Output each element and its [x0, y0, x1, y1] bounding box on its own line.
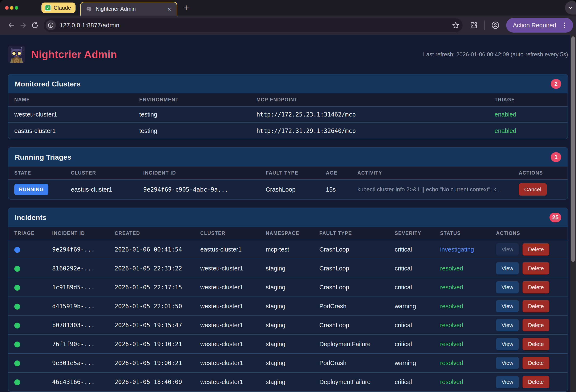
tab-title: Nightcrier Admin: [95, 6, 166, 12]
action-required-button[interactable]: Action Required ⋮: [506, 18, 573, 33]
triages-table: STATECLUSTERINCIDENT IDFAULT TYPEAGEACTI…: [8, 167, 568, 199]
delete-button[interactable]: Delete: [522, 376, 549, 388]
fault-type-cell: DeploymentFailure: [314, 335, 389, 354]
fault-type-cell: CrashLoop: [314, 240, 389, 259]
new-tab-button[interactable]: +: [183, 3, 189, 12]
browser-menu-icon[interactable]: ⋮: [561, 23, 568, 28]
view-button[interactable]: View: [496, 262, 519, 275]
triage-status-dot: [14, 379, 20, 385]
triage-activity-cell: kubectl cluster-info 2>&1 || echo "No cu…: [351, 180, 513, 199]
delete-button[interactable]: Delete: [522, 281, 549, 293]
tab-nightcrier-admin[interactable]: Nightcrier Admin ×: [80, 2, 177, 16]
namespace-cell: staging: [260, 316, 314, 335]
reload-button[interactable]: [29, 19, 41, 31]
incident-row: 76f1f90c-... 2026-01-05 19:10:21 westeu-…: [8, 335, 568, 354]
namespace-cell: mcp-test: [260, 240, 314, 259]
column-header: CLUSTER: [65, 167, 137, 180]
delete-button[interactable]: Delete: [522, 300, 549, 312]
scrollbar-track[interactable]: [570, 35, 576, 392]
cluster-cell: westeu-cluster1: [194, 335, 260, 354]
incident-row: 46c43166-... 2026-01-05 18:40:09 westeu-…: [8, 372, 568, 391]
namespace-cell: staging: [260, 278, 314, 297]
view-button[interactable]: View: [496, 376, 519, 388]
fault-type-cell: CrashLoop: [314, 259, 389, 278]
incident-row: 9e294f69-... 2026-01-06 00:41:54 eastus-…: [8, 240, 568, 259]
delete-button[interactable]: Delete: [522, 243, 549, 255]
incident-id-cell: 9e301e5a-...: [46, 354, 109, 372]
column-header: MCP ENDPOINT: [251, 93, 489, 106]
created-cell: 2026-01-05 18:40:09: [109, 372, 194, 391]
delete-button[interactable]: Delete: [522, 338, 549, 350]
profile-button[interactable]: [491, 21, 500, 30]
fault-type-cell: CrashLoop: [314, 278, 389, 297]
created-cell: 2026-01-05 19:15:47: [109, 316, 194, 335]
page-header: Nightcrier Admin Last refresh: 2026-01-0…: [8, 35, 568, 74]
browser-toolbar: 127.0.0.1:8877/admin Action Required ⋮: [0, 16, 576, 35]
status-text: investigating: [440, 246, 474, 253]
view-button[interactable]: View: [496, 338, 519, 350]
status-text: resolved: [440, 284, 463, 291]
zoom-window-button[interactable]: [15, 6, 18, 10]
section-title: Incidents: [15, 213, 47, 222]
close-tab-icon[interactable]: ×: [166, 6, 173, 12]
incident-row: b0781303-... 2026-01-05 19:15:47 westeu-…: [8, 316, 568, 335]
triage-enabled-cell: enabled: [489, 106, 568, 123]
admin-page: Nightcrier Admin Last refresh: 2026-01-0…: [0, 35, 576, 392]
column-header: NAME: [8, 93, 133, 106]
severity-cell: critical: [389, 372, 434, 391]
back-button[interactable]: [5, 19, 17, 31]
status-text: resolved: [440, 341, 463, 347]
minimize-window-button[interactable]: [10, 6, 13, 10]
scrollbar-thumb[interactable]: [571, 36, 575, 262]
back-arrow-icon: [7, 21, 15, 29]
triage-status-dot: [14, 266, 20, 272]
incident-id-cell: 76f1f90c-...: [46, 335, 109, 354]
namespace-cell: staging: [260, 297, 314, 316]
check-icon: ✓: [45, 5, 51, 11]
view-button[interactable]: View: [496, 281, 519, 293]
cluster-name-cell: eastus-cluster1: [8, 123, 133, 139]
status-text: resolved: [440, 360, 463, 366]
column-header: FAULT TYPE: [260, 167, 320, 180]
site-info-button[interactable]: [46, 20, 56, 30]
forward-arrow-icon: [19, 21, 27, 29]
close-window-button[interactable]: [5, 6, 9, 10]
extensions-button[interactable]: [470, 21, 478, 29]
monitored-clusters-header: Monitored Clusters 2: [8, 74, 568, 93]
status-text: resolved: [440, 322, 463, 329]
cluster-cell: eastus-cluster1: [194, 240, 260, 259]
bookmark-star-button[interactable]: [452, 21, 460, 29]
triage-status-dot: [14, 341, 20, 347]
delete-button[interactable]: Delete: [522, 262, 549, 275]
view-button[interactable]: View: [496, 243, 519, 255]
status-text: resolved: [440, 379, 463, 385]
triage-status-dot: [14, 361, 20, 366]
view-button[interactable]: View: [496, 319, 519, 331]
toolbar-divider: [484, 20, 485, 30]
forward-button[interactable]: [17, 19, 29, 31]
created-cell: 2026-01-05 22:33:22: [109, 259, 194, 278]
page-title: Nightcrier Admin: [31, 48, 117, 60]
address-bar[interactable]: 127.0.0.1:8877/admin: [44, 18, 462, 32]
info-icon: [48, 22, 54, 28]
severity-cell: warning: [389, 354, 434, 372]
incidents-card: Incidents 25 TRIAGEINCIDENT IDCREATEDCLU…: [8, 208, 568, 392]
delete-button[interactable]: Delete: [522, 357, 549, 369]
incident-row: d415919b-... 2026-01-05 22:01:50 westeu-…: [8, 297, 568, 316]
namespace-cell: staging: [260, 354, 314, 372]
column-header: ENVIRONMENT: [133, 93, 251, 106]
column-header: INCIDENT ID: [46, 227, 109, 240]
tab-claude[interactable]: ✓ Claude: [41, 2, 76, 13]
created-cell: 2026-01-05 19:00:21: [109, 354, 194, 372]
mcp-endpoint-cell: http://172.25.23.1:31462/mcp: [251, 106, 489, 123]
globe-favicon-icon: [86, 6, 92, 12]
tab-search-button[interactable]: [565, 1, 576, 15]
incident-id-cell: 9e294f69-...: [46, 240, 109, 259]
cancel-button[interactable]: Cancel: [519, 183, 547, 196]
view-button[interactable]: View: [496, 357, 519, 369]
section-title: Monitored Clusters: [15, 80, 81, 88]
delete-button[interactable]: Delete: [522, 319, 549, 331]
column-header: ACTIVITY: [351, 167, 513, 180]
column-header: FAULT TYPE: [314, 227, 389, 240]
view-button[interactable]: View: [496, 300, 519, 312]
